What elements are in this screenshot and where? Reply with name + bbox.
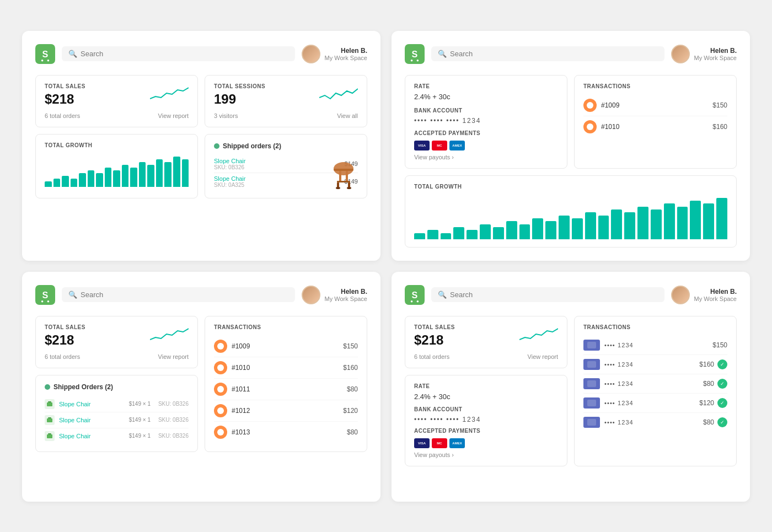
shopify-logo: S [35,44,55,64]
shipped-list-name-3[interactable]: Slope Chair [59,433,125,439]
p3-txn-amount-1010: $160 [343,364,358,372]
sales-card-header: TOTAL SALES $218 [45,83,189,109]
p3-txn-1010: #1010 $160 [214,357,358,379]
p3-txn-1009: #1009 $150 [214,336,358,357]
search-input-1[interactable] [81,50,288,58]
svg-point-29 [411,300,413,302]
search-bar-3[interactable]: 🔍 [62,287,295,302]
view-payouts-link-4[interactable]: View payouts › [414,452,558,458]
item-1-name[interactable]: Slope Chair [214,158,245,164]
bar [113,170,120,187]
sales-sparkline-3 [150,324,189,342]
p3-txn-amount-1011: $80 [347,385,358,393]
svg-point-2 [41,59,44,61]
p4-txn-5: •••• 1234 $80 ✓ [583,413,727,432]
p3-txn-id-1009: #1009 [232,342,250,350]
panel-1-header: S 🔍 Helen B. My Work Space [35,44,367,64]
search-bar-4[interactable]: 🔍 [431,287,664,302]
growth-label: TOTAL GROWTH [45,142,189,148]
item-2-name[interactable]: Slope Chair [214,175,245,182]
shipped-list-name-1[interactable]: Slope Chair [59,401,125,407]
bar [598,216,609,239]
view-payouts-link[interactable]: View payouts › [414,154,558,160]
shipped-header-3: Shipped Orders (2) [45,383,189,391]
svg-rect-5 [334,169,353,171]
sales-footer-4: 6 total orders View report [414,353,558,360]
panel-4-main: TOTAL SALES $218 6 total orders View rep… [405,316,737,466]
bank-label: BANK ACCOUNT [414,108,558,114]
txn-id-1009: #1009 [601,101,619,109]
bar [182,159,189,187]
card-chip-5 [583,417,600,428]
p4-masked-3: •••• 1234 [604,380,634,387]
search-input-2[interactable] [450,50,658,58]
growth-label-2: TOTAL GROWTH [414,184,727,190]
svg-point-20 [47,300,50,302]
p3-txn-amount-1013: $80 [347,428,358,436]
sessions-link[interactable]: View all [337,112,358,119]
p4-masked-1: •••• 1234 [604,342,634,348]
search-input-3[interactable] [81,291,288,299]
mc-icon: MC [432,141,447,151]
user-info-4: Helen B. My Work Space [671,286,737,304]
p3-txn-amount-1009: $150 [343,342,358,350]
payment-section: RATE 2.4% + 30c BANK ACCOUNT •••• •••• •… [405,75,737,169]
sessions-sub: 3 visitors [214,112,238,119]
txn-amount-1009: $150 [712,101,727,109]
transactions-card-3: TRANSACTIONS #1009 $150 #1010 $160 [205,316,367,452]
bar [480,224,491,239]
shipped-list-sku-2: SKU: 0B326 [158,417,189,423]
bar [611,209,622,239]
shipped-list-price-1: $149 × 1 [129,401,151,407]
payment-info-card: RATE 2.4% + 30c BANK ACCOUNT •••• •••• •… [405,75,567,169]
svg-text:S: S [42,290,49,300]
panel-1-bottom-row: TOTAL GROWTH Shipped orders (2) Slope Ch… [35,134,367,198]
panel-3-left: TOTAL SALES $218 6 total orders View rep… [35,316,198,452]
svg-rect-22 [48,401,51,402]
search-bar-2[interactable]: 🔍 [431,46,664,61]
shipped-dot-3 [45,384,50,390]
bar [71,179,78,187]
mini-icon-1 [45,399,55,409]
p4-txn-left-1: •••• 1234 [583,340,634,351]
p3-txn-1013: #1013 $80 [214,422,358,443]
bar [585,212,596,239]
shipped-orders-card-3: Shipped Orders (2) Slope Chair $149 × 1 … [35,375,198,452]
shipped-list: Slope Chair $149 × 1 SKU: 0B326 Slope Ch… [45,396,189,444]
p4-txn-left-3: •••• 1234 [583,378,634,389]
p3-txn-id-1011: #1011 [232,385,250,393]
search-bar-1[interactable]: 🔍 [62,46,295,61]
svg-rect-6 [339,171,341,182]
svg-point-30 [417,300,419,302]
sales-link[interactable]: View report [158,112,189,119]
p3-txn-avatar-1009 [214,340,227,353]
sales-sparkline-4 [519,324,558,342]
svg-rect-26 [48,433,51,434]
bar [122,165,129,187]
svg-rect-8 [337,181,350,182]
user-info-2: Helen B. My Work Space [671,45,737,63]
shipped-list-sku-1: SKU: 0B326 [158,401,189,407]
visa-icon: VISA [414,141,430,151]
user-text-3: Helen B. My Work Space [325,288,367,302]
shipped-list-name-2[interactable]: Slope Chair [59,417,125,423]
sales-link-3[interactable]: View report [158,353,189,360]
p3-txn-left-1012: #1012 [214,404,250,417]
sessions-sparkline [319,83,358,101]
search-icon-2: 🔍 [438,50,447,58]
txn-item-1010: #1010 $160 [583,116,727,137]
search-input-4[interactable] [450,291,658,299]
bank-masked-4: •••• •••• •••• 1234 [414,416,558,423]
total-sales-label-3: TOTAL SALES [45,324,85,330]
bar [79,173,86,187]
svg-point-11 [336,187,340,189]
shopify-logo-3: S [35,285,55,305]
bar [88,170,95,187]
check-icon-3: ✓ [717,379,727,389]
p3-txn-left-1011: #1011 [214,383,250,396]
search-icon-4: 🔍 [438,291,447,299]
sales-link-4[interactable]: View report [528,353,558,360]
shipped-title: Shipped orders (2) [223,142,281,150]
shipped-list-price-3: $149 × 1 [129,433,151,439]
svg-point-19 [41,300,44,302]
